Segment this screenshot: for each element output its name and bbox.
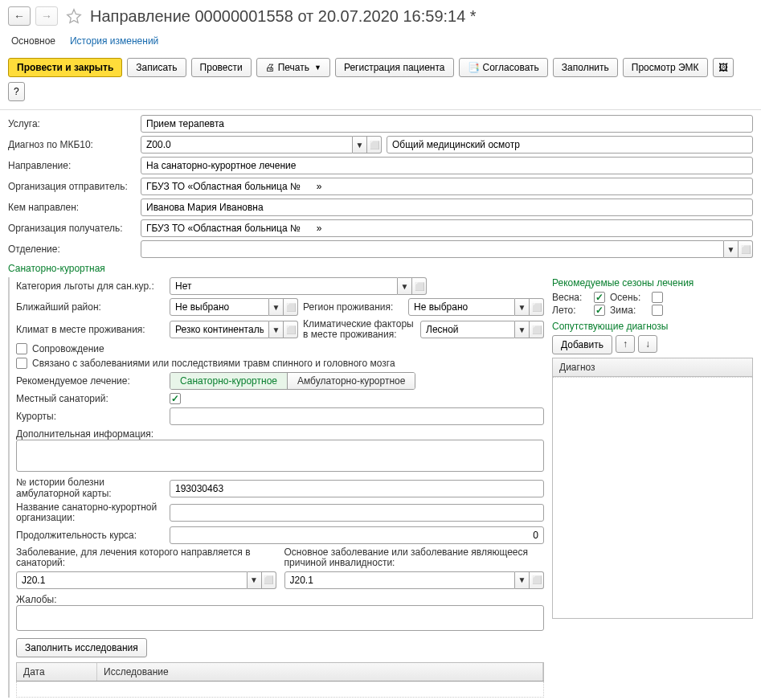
disease-input[interactable] bbox=[16, 571, 248, 589]
sent-by-input[interactable] bbox=[141, 199, 753, 216]
climate-label: Климат в месте проживания: bbox=[16, 324, 165, 335]
duration-input[interactable] bbox=[170, 526, 544, 544]
mkb-input[interactable] bbox=[141, 136, 353, 154]
mkb-desc-input[interactable] bbox=[387, 136, 753, 154]
region-dropdown[interactable]: ▼ bbox=[515, 298, 530, 316]
winter-label: Зима: bbox=[610, 305, 647, 316]
back-button[interactable]: ← bbox=[8, 6, 31, 26]
arrow-down-icon: ↓ bbox=[645, 338, 650, 350]
move-down-button[interactable]: ↓ bbox=[638, 335, 657, 353]
summer-checkbox[interactable] bbox=[594, 305, 605, 316]
diag-title: Сопутствующие диагнозы bbox=[552, 321, 753, 332]
image-button[interactable]: 🖼 bbox=[713, 58, 734, 77]
direction-label: Направление: bbox=[8, 160, 141, 171]
extra-label: Дополнительная информация: bbox=[16, 428, 544, 440]
fill-research-button[interactable]: Заполнить исследования bbox=[16, 638, 147, 657]
org-name-input[interactable] bbox=[170, 504, 544, 522]
col-date: Дата bbox=[17, 663, 97, 681]
nearest-dropdown[interactable]: ▼ bbox=[269, 298, 284, 316]
complaints-textarea[interactable] bbox=[16, 605, 544, 631]
main-disease-open[interactable]: ⬜ bbox=[530, 571, 544, 589]
history-no-input[interactable] bbox=[170, 480, 544, 497]
post-and-close-button[interactable]: Провести и закрыть bbox=[8, 58, 122, 77]
col-research: Исследование bbox=[97, 663, 543, 681]
favorite-star-icon[interactable] bbox=[66, 8, 82, 24]
org-recv-label: Организация получатель: bbox=[8, 223, 141, 234]
nearest-input[interactable] bbox=[170, 298, 269, 316]
main-disease-input[interactable] bbox=[284, 571, 516, 589]
local-checkbox[interactable] bbox=[170, 393, 181, 404]
spring-checkbox[interactable] bbox=[594, 292, 605, 303]
section-title: Санаторно-курортная bbox=[8, 263, 753, 274]
spinal-label: Связано с заболеваниями или последствиям… bbox=[32, 358, 395, 369]
mkb-open[interactable]: ⬜ bbox=[367, 136, 382, 154]
sent-by-label: Кем направлен: bbox=[8, 202, 141, 213]
save-button[interactable]: Записать bbox=[127, 58, 186, 77]
view-emk-button[interactable]: Просмотр ЭМК bbox=[623, 58, 708, 77]
approve-icon: 📑 bbox=[468, 62, 480, 73]
disease-dropdown[interactable]: ▼ bbox=[248, 571, 262, 589]
seasons-title: Рекомедуемые сезоны лечения bbox=[552, 277, 753, 289]
org-sender-input[interactable] bbox=[141, 178, 753, 195]
rec-treatment-label: Рекомендуемое лечение: bbox=[16, 375, 165, 387]
climate-input[interactable] bbox=[170, 321, 269, 338]
tab-history[interactable]: История изменений bbox=[70, 35, 158, 47]
diag-table-body[interactable] bbox=[553, 377, 752, 618]
escort-label: Сопровождение bbox=[32, 343, 104, 354]
nearest-label: Ближайший район: bbox=[16, 301, 165, 313]
picture-icon: 🖼 bbox=[718, 62, 728, 73]
dept-open[interactable]: ⬜ bbox=[738, 240, 753, 258]
research-table-body[interactable] bbox=[16, 682, 544, 698]
resorts-input[interactable] bbox=[170, 407, 544, 425]
org-name-label: Название санаторно-курортной организации… bbox=[16, 502, 165, 523]
org-recv-input[interactable] bbox=[141, 219, 753, 237]
factors-dropdown[interactable]: ▼ bbox=[515, 321, 530, 338]
forward-button[interactable]: → bbox=[35, 6, 58, 26]
benefit-input[interactable] bbox=[170, 277, 398, 295]
diag-col-header: Диагноз bbox=[553, 358, 752, 377]
arrow-up-icon: ↑ bbox=[623, 338, 628, 350]
winter-checkbox[interactable] bbox=[652, 305, 663, 316]
main-disease-dropdown[interactable]: ▼ bbox=[515, 571, 530, 589]
service-input[interactable] bbox=[141, 115, 753, 133]
disease-open[interactable]: ⬜ bbox=[262, 571, 276, 589]
benefit-dropdown[interactable]: ▼ bbox=[398, 277, 412, 295]
spring-label: Весна: bbox=[552, 292, 589, 303]
duration-label: Продолжительность курса: bbox=[16, 530, 165, 541]
fill-button[interactable]: Заполнить bbox=[553, 58, 618, 77]
add-diagnosis-button[interactable]: Добавить bbox=[552, 335, 612, 354]
dept-input[interactable] bbox=[141, 240, 724, 258]
org-sender-label: Организация отправитель: bbox=[8, 181, 141, 192]
help-button[interactable]: ? bbox=[8, 82, 25, 101]
local-label: Местный санаторий: bbox=[16, 393, 165, 404]
climate-open[interactable]: ⬜ bbox=[284, 321, 298, 338]
autumn-checkbox[interactable] bbox=[652, 292, 663, 303]
page-title: Направление 00000001558 от 20.07.2020 16… bbox=[90, 7, 477, 26]
spinal-checkbox[interactable] bbox=[16, 358, 27, 369]
toggle-ak[interactable]: Амбулаторно-курортное bbox=[287, 373, 415, 389]
dept-dropdown[interactable]: ▼ bbox=[724, 240, 738, 258]
nearest-open[interactable]: ⬜ bbox=[284, 298, 298, 316]
post-button[interactable]: Провести bbox=[191, 58, 252, 77]
summer-label: Лето: bbox=[552, 305, 589, 316]
escort-checkbox[interactable] bbox=[16, 343, 27, 354]
region-input[interactable] bbox=[408, 298, 515, 316]
complaints-label: Жалобы: bbox=[16, 594, 544, 605]
benefit-open[interactable]: ⬜ bbox=[412, 277, 427, 295]
climate-dropdown[interactable]: ▼ bbox=[269, 321, 284, 338]
mkb-dropdown[interactable]: ▼ bbox=[353, 136, 367, 154]
dept-label: Отделение: bbox=[8, 244, 141, 255]
region-open[interactable]: ⬜ bbox=[530, 298, 544, 316]
factors-open[interactable]: ⬜ bbox=[530, 321, 544, 338]
approve-button[interactable]: 📑Согласовать bbox=[459, 58, 548, 77]
move-up-button[interactable]: ↑ bbox=[616, 335, 635, 353]
factors-input[interactable] bbox=[420, 321, 515, 338]
disease-label: Заболевание, для лечения которого направ… bbox=[16, 547, 276, 568]
toggle-sk[interactable]: Санаторно-курортное bbox=[170, 373, 287, 389]
main-disease-label: Основное заболевание или заболевание явл… bbox=[284, 547, 545, 568]
register-patient-button[interactable]: Регистрация пациента bbox=[335, 58, 454, 77]
tab-main[interactable]: Основное bbox=[11, 35, 55, 47]
extra-textarea[interactable] bbox=[16, 440, 544, 472]
direction-input[interactable] bbox=[141, 157, 753, 174]
print-button[interactable]: 🖨Печать▼ bbox=[256, 58, 330, 77]
